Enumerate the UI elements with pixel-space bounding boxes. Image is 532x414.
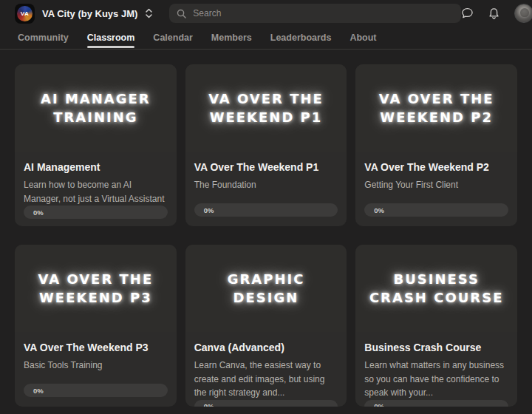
progress-label: 0%: [374, 206, 384, 214]
course-title: Canva (Advanced): [194, 342, 338, 353]
course-title: VA Over The Weekend P1: [194, 161, 338, 173]
classroom-content: AI MANAGER TRAINING AI Management Learn …: [0, 50, 532, 407]
chat-icon: [461, 7, 474, 19]
progress-label: 0%: [204, 206, 214, 214]
cover-title: VA OVER THE WEEKEND P2: [363, 89, 510, 126]
course-title: VA Over The Weekend P3: [24, 342, 168, 353]
progress-bar: 0%: [194, 203, 338, 217]
tab-members[interactable]: Members: [211, 27, 252, 50]
course-card-ai-management[interactable]: AI MANAGER TRAINING AI Management Learn …: [15, 64, 177, 226]
course-cover-image: VA OVER THE WEEKEND P3: [15, 245, 177, 332]
course-cover-image: AI MANAGER TRAINING: [15, 64, 177, 152]
progress-bar: 0%: [24, 384, 168, 397]
course-grid: AI MANAGER TRAINING AI Management Learn …: [15, 64, 517, 407]
progress-bar: 0%: [364, 203, 508, 217]
cover-title: VA OVER THE WEEKEND P1: [193, 89, 340, 126]
cover-title: BUSINESS CRASH COURSE: [363, 270, 510, 307]
course-card-body: VA Over The Weekend P2 Getting Your Firs…: [355, 152, 517, 226]
progress-bar: 0%: [24, 206, 168, 219]
progress-label: 0%: [33, 387, 44, 395]
tab-about[interactable]: About: [349, 27, 376, 50]
course-card-business-crash-course[interactable]: BUSINESS CRASH COURSE Business Crash Cou…: [355, 245, 517, 407]
course-description: Learn what matters in any business so yo…: [364, 359, 508, 400]
course-card-body: Canva (Advanced) Learn Canva, the easies…: [185, 332, 347, 407]
tab-classroom[interactable]: Classroom: [87, 27, 135, 50]
course-card-body: VA Over The Weekend P3 Basic Tools Train…: [15, 332, 177, 407]
course-cover-image: BUSINESS CRASH COURSE: [355, 245, 517, 332]
progress-bar: 0%: [364, 400, 508, 407]
course-card-body: AI Management Learn how to become an AI …: [15, 152, 177, 226]
tab-leaderboards[interactable]: Leaderboards: [270, 27, 332, 50]
course-cover-image: VA OVER THE WEEKEND P2: [355, 64, 517, 152]
community-name[interactable]: VA City (by Kuys JM): [42, 8, 137, 19]
course-card-va-weekend-p1[interactable]: VA OVER THE WEEKEND P1 VA Over The Weeke…: [185, 64, 347, 226]
course-card-body: VA Over The Weekend P1 The Foundation 0%: [185, 152, 347, 226]
course-description: Basic Tools Training: [24, 359, 168, 373]
course-description: Learn how to become an AI Manager, not j…: [24, 178, 168, 206]
chat-button[interactable]: [461, 7, 474, 19]
course-description: Learn Canva, the easiest way to create a…: [194, 359, 338, 400]
search-bar[interactable]: [169, 4, 461, 23]
bell-icon: [488, 7, 499, 20]
header-actions: [461, 4, 532, 23]
cover-title: GRAPHIC DESIGN: [193, 270, 340, 307]
course-description: The Foundation: [194, 178, 338, 192]
logo-emblem: VA: [17, 6, 33, 21]
course-cover-image: GRAPHIC DESIGN: [185, 245, 347, 332]
notifications-button[interactable]: [488, 7, 499, 20]
course-title: AI Management: [24, 161, 168, 173]
cover-title: VA OVER THE WEEKEND P3: [22, 270, 169, 307]
top-header: VA VA City (by Kuys JM): [0, 0, 532, 27]
tab-calendar[interactable]: Calendar: [153, 27, 193, 50]
progress-label: 0%: [374, 402, 384, 407]
progress-label: 0%: [33, 208, 44, 217]
course-card-va-weekend-p2[interactable]: VA OVER THE WEEKEND P2 VA Over The Weeke…: [355, 64, 517, 226]
course-description: Getting Your First Client: [364, 178, 508, 192]
course-card-va-weekend-p3[interactable]: VA OVER THE WEEKEND P3 VA Over The Weeke…: [15, 245, 177, 407]
course-title: VA Over The Weekend P2: [364, 161, 508, 173]
course-card-canva-advanced[interactable]: GRAPHIC DESIGN Canva (Advanced) Learn Ca…: [185, 245, 347, 407]
logo-text: VA: [21, 10, 30, 17]
course-cover-image: VA OVER THE WEEKEND P1: [185, 64, 347, 152]
course-card-body: Business Crash Course Learn what matters…: [355, 332, 517, 407]
course-title: Business Crash Course: [364, 342, 508, 353]
nav-tabs: Community Classroom Calendar Members Lea…: [0, 27, 532, 50]
progress-label: 0%: [204, 402, 214, 407]
cover-title: AI MANAGER TRAINING: [22, 89, 169, 126]
user-avatar[interactable]: [514, 4, 532, 23]
chevron-up-down-icon: [145, 8, 153, 18]
search-input[interactable]: [193, 8, 454, 18]
progress-bar: 0%: [194, 400, 338, 407]
community-switcher[interactable]: [145, 8, 153, 18]
search-icon: [177, 9, 186, 18]
tab-community[interactable]: Community: [18, 27, 69, 50]
community-logo[interactable]: VA: [15, 4, 35, 24]
